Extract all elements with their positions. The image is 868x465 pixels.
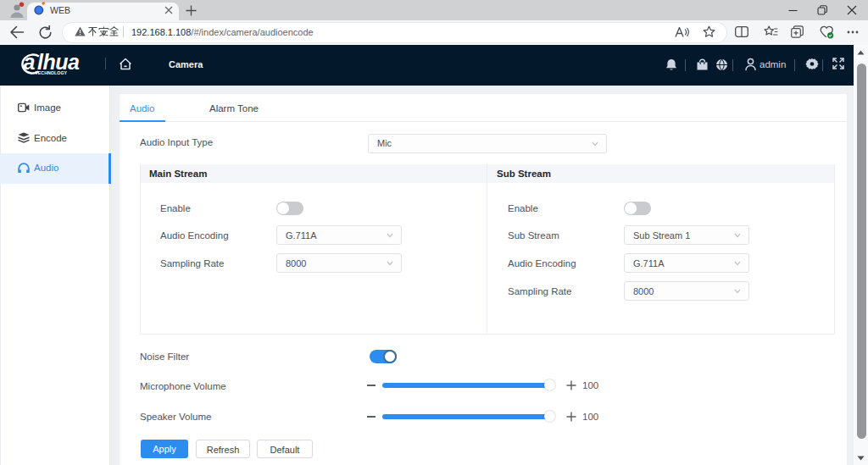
svg-text:TECHNOLOGY: TECHNOLOGY <box>36 70 68 75</box>
svg-text:a: a <box>24 50 36 74</box>
